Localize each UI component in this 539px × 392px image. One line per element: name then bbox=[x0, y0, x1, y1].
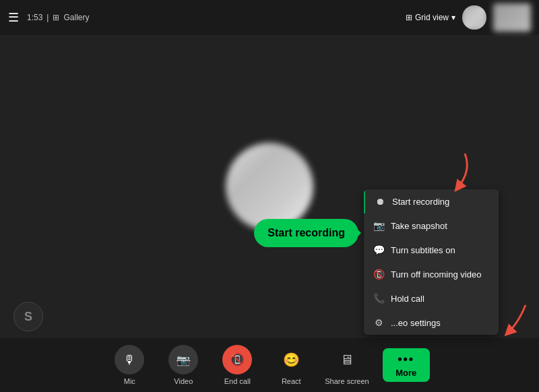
menu-item-turn-off-video[interactable]: 📵 Turn off incoming video bbox=[364, 262, 499, 286]
no-video-icon: 📵 bbox=[373, 269, 384, 280]
menu-label-hold-call: Hold call bbox=[391, 294, 424, 304]
share-screen-label: Share screen bbox=[325, 377, 369, 385]
center-user-avatar bbox=[226, 143, 313, 230]
arrow-indicator-top bbox=[445, 147, 478, 197]
hamburger-menu-icon[interactable]: ☰ bbox=[8, 10, 19, 25]
menu-label-turn-off-video: Turn off incoming video bbox=[391, 269, 481, 280]
more-button[interactable]: ••• More bbox=[383, 348, 430, 382]
video-icon-circle: 📷 bbox=[168, 345, 198, 374]
menu-item-start-recording[interactable]: ⏺ Start recording bbox=[364, 189, 499, 214]
menu-label-take-snapshot: Take snapshot bbox=[391, 221, 447, 231]
toolbar-mic[interactable]: 🎙 Mic bbox=[109, 345, 150, 385]
settings-icon: ⚙ bbox=[373, 317, 384, 328]
react-icon: 😊 bbox=[276, 345, 306, 374]
mic-label: Mic bbox=[124, 377, 135, 385]
menu-label-call-settings: ...eo settings bbox=[391, 318, 441, 328]
grid-icon: ⊞ bbox=[406, 13, 412, 22]
more-dots-icon: ••• bbox=[398, 352, 414, 366]
subtitles-icon: 💬 bbox=[373, 244, 384, 255]
user-avatar[interactable] bbox=[462, 5, 486, 30]
menu-item-hold-call[interactable]: 📞 Hold call bbox=[364, 286, 499, 311]
separator: | bbox=[46, 13, 49, 22]
toolbar-end-call[interactable]: 📵 End call bbox=[217, 345, 257, 385]
gallery-icon: ⊞ bbox=[53, 13, 59, 22]
avatar-image bbox=[462, 5, 486, 30]
menu-label-turn-subtitles: Turn subtitles on bbox=[391, 245, 455, 255]
end-call-label: End call bbox=[224, 377, 251, 385]
menu-label-start-recording: Start recording bbox=[392, 197, 449, 207]
call-info: 1:53 | ⊞ Gallery bbox=[27, 13, 90, 22]
top-left: ☰ 1:53 | ⊞ Gallery bbox=[8, 10, 90, 25]
share-screen-icon: 🖥 bbox=[332, 345, 362, 374]
more-label: More bbox=[395, 368, 416, 378]
call-time: 1:53 bbox=[27, 13, 42, 22]
end-call-icon-circle: 📵 bbox=[222, 345, 252, 374]
remote-avatar-thumbnail bbox=[493, 3, 531, 32]
skype-icon: S bbox=[13, 302, 43, 331]
react-label: React bbox=[282, 377, 301, 385]
toolbar-share-screen[interactable]: 🖥 Share screen bbox=[325, 345, 369, 385]
record-icon: ⏺ bbox=[375, 196, 385, 207]
end-call-icon: 📵 bbox=[230, 352, 245, 367]
toolbar-more[interactable]: ••• More bbox=[383, 348, 430, 382]
mic-icon: 🎙 bbox=[123, 353, 135, 367]
arrow-indicator-bottom bbox=[499, 298, 532, 341]
menu-item-take-snapshot[interactable]: 📷 Take snapshot bbox=[364, 214, 499, 238]
menu-item-turn-subtitles[interactable]: 💬 Turn subtitles on bbox=[364, 238, 499, 262]
share-icon: 🖥 bbox=[340, 352, 354, 368]
start-recording-callout: Start recording bbox=[254, 219, 358, 247]
video-label: Video bbox=[174, 377, 193, 385]
react-emoji-icon: 😊 bbox=[283, 352, 300, 368]
gallery-label: Gallery bbox=[63, 13, 89, 22]
grid-view-label: Grid view bbox=[415, 13, 449, 22]
chevron-down-icon: ▾ bbox=[451, 13, 455, 22]
mic-icon-circle: 🎙 bbox=[115, 345, 144, 374]
toolbar-react[interactable]: 😊 React bbox=[271, 345, 311, 385]
menu-item-call-settings[interactable]: ⚙ ...eo settings bbox=[364, 311, 499, 335]
snapshot-icon: 📷 bbox=[373, 220, 384, 231]
more-dropdown-menu: ⏺ Start recording 📷 Take snapshot 💬 Turn… bbox=[364, 189, 499, 335]
bottom-toolbar: 🎙 Mic 📷 Video 📵 End call 😊 React 🖥 Share… bbox=[0, 338, 539, 392]
hold-icon: 📞 bbox=[373, 293, 384, 304]
top-bar: ☰ 1:53 | ⊞ Gallery ⊞ Grid view ▾ bbox=[0, 0, 539, 35]
skype-letter: S bbox=[24, 310, 32, 324]
toolbar-video[interactable]: 📷 Video bbox=[163, 345, 203, 385]
top-right: ⊞ Grid view ▾ bbox=[406, 3, 531, 32]
grid-view-button[interactable]: ⊞ Grid view ▾ bbox=[406, 13, 455, 22]
video-off-icon: 📷 bbox=[177, 354, 190, 366]
